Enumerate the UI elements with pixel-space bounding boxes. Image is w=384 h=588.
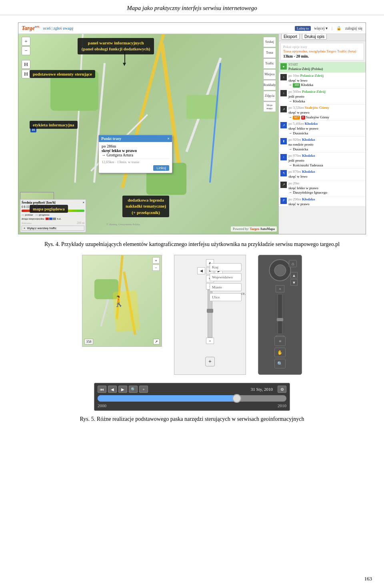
map-corner-btn[interactable]: ↗ [153,339,160,344]
timeline-next-btn[interactable]: ▶ [118,386,127,393]
map-side-controls: Szukaj Trasa Traffic Miejsca Rozkłady Zd… [263,37,278,112]
toggle-traffic-btn[interactable]: ×Wyłącz warstwę traffic [22,226,84,231]
route-step: ⬆ po 920m Kłodzko na rondzie prosto → Du… [279,137,366,153]
timeline-toolbar: ⏮ ◀ ▶ 🔍 + 31 Sty, 2010 ⚙ [98,386,286,393]
home-btn[interactable]: ⌂ [289,260,297,267]
map2-controls: + − [152,257,160,271]
search-miasto[interactable]: Miasto [210,283,242,291]
hotteq-watermark: © Hotteq, Geosystems Polska [106,223,140,226]
annotation-podstawowe: podstawowe elementy sterujące [30,70,95,78]
annotation-mapa-poglad: mapa poglądowa [30,205,68,213]
zoom-out-btn[interactable]: − [22,46,30,55]
moje-mapy-side-btn[interactable]: Moje mapy [263,102,276,112]
figure2-caption: Rys. 5. Różne realizacje podstawowego pa… [16,415,368,423]
route-step: ● START Polanica-Zdrój (Polska) [279,62,366,73]
timeline-zoom-out-btn[interactable]: 🔍 [129,386,138,393]
toolbar-links[interactable]: oceń | zgłoś uwagę [43,26,74,30]
search-ulice[interactable]: Ulice [210,293,242,301]
popup-close-btn[interactable]: × [167,136,170,141]
map-screenshot-1: H H Kłodzko TargeoPL oceń | zgłoś uwagę … [18,22,366,234]
tilt-up-btn[interactable]: ▲ [290,272,298,278]
more-btn[interactable]: więcej ▾ [314,26,328,30]
popup-body: po 286m skręć lekko w prawo → Grottgera … [99,142,172,173]
figure1-caption: Rys. 4. Przykłady uzupełniających elemen… [16,240,368,248]
zoom-controls-panel: ▲ ◀ ● ▶ ▼ − + Kraj Województwo [174,255,246,375]
map-coords: 358 [84,339,93,344]
page-title: Mapa jako praktyczny interfejs serwisu i… [127,5,257,11]
screenshots-row: 🚶 358 ↗ + − ▲ ◀ ● [16,255,368,375]
tilt-controls: ▲ ▼ [290,272,298,286]
fb-like-btn[interactable]: Lubię to [295,26,311,31]
ctrl-zoom-glass-btn[interactable]: 🔍 [274,359,286,368]
timeline-back-btn[interactable]: ◀ [108,386,117,393]
annotation-panel-warstw: panel warstw informacyjnych(panel obsług… [78,38,154,54]
ctrl-icons-bottom: ≡ ✋ 🔍 [274,336,286,368]
popup-header: Punkt trasy × [99,135,172,142]
layers2-btn[interactable]: H [22,70,30,78]
speed-legend: Średnia prędkość [km/h] × 0 8 15 30 45 6… [20,199,86,232]
add-layer-btn[interactable]: + [205,357,215,366]
timeline-start-label: 2000 [98,403,106,408]
trasa-side-btn[interactable]: Trasa [263,48,276,58]
3d-controls-panel: ⌂ ▲ ▼ + − ≡ ✋ 🔍 [258,255,302,375]
route-panel: Wyznaczanie trasy » Eksport Drukuj opis … [278,23,366,234]
route-steps-list: ● START Polanica-Zdrój (Polska) ↑ po 10m… [279,62,366,206]
route-step: ↗ po 20m skręć lekko w prawo → Daszyński… [279,180,366,196]
timeline-settings-btn[interactable]: ⚙ [278,386,286,393]
route-step: ↑ po 560m Polanica-Zdrój jedź prosto → K… [279,89,366,105]
zoom-slider-plus[interactable]: + [206,338,214,344]
zoom-slider-thumb[interactable] [207,309,213,313]
nav-left-btn[interactable]: ◀ [197,267,205,274]
punkt-trasy-popup: Punkt trasy × po 286m skręć lekko w praw… [98,135,172,173]
ctrl-zoom-section: + − [276,285,284,343]
powered-by: Powered by: Targeo AutoMapa [231,226,277,232]
timeline-thumb[interactable] [232,394,241,403]
zoom-search-boxes: Kraj Województwo Miasto Ulice [210,263,242,301]
compass-wheel[interactable] [269,259,291,281]
route-step: ↱ po 290m Kłodzko skręć w prawo → Grottg… [279,196,366,206]
ce-label: ce. [241,291,246,296]
tilt-down-btn[interactable]: ▼ [290,279,298,286]
timeline-prev-btn[interactable]: ⏮ [98,386,106,393]
export-btn[interactable]: Eksport [281,34,300,40]
lock-icon: 🔒 [336,26,341,30]
search-woj[interactable]: Województwo [210,273,242,281]
timeline-container: ⏮ ◀ ▶ 🔍 + 31 Sty, 2010 ⚙ 2000 2010 [94,383,290,411]
timeline-zoom-in-btn[interactable]: + [139,386,148,393]
route-step: ↰ po 870m Kłodzko skręć w lewo [279,169,366,180]
search-kraj[interactable]: Kraj [210,263,242,271]
layer-btn[interactable]: H [22,60,30,69]
ctrl-zoom-thumb[interactable] [277,318,283,321]
traffic-side-btn[interactable]: Traffic [263,58,276,69]
ctrl-layer-btn[interactable]: ≡ [274,336,286,346]
map-screenshot-2: 🚶 358 ↗ + − [82,255,162,347]
ctrl-hand-btn[interactable]: ✋ [274,348,286,357]
search-side-btn[interactable]: Szukaj [263,37,276,47]
rozklady-side-btn[interactable]: Rozkłady [263,80,276,90]
timeline-progress [98,395,239,402]
route-step: ↗ po 5,49km Kłodzko skręć lekko w prawo … [279,121,366,137]
timeline-date: 31 Sty, 2010 [251,387,273,392]
ctrl-zoom-in-btn[interactable]: + [276,285,284,292]
annotation-etykieta: etykieta informacyjna [30,121,78,129]
zdjecia-side-btn[interactable]: Zdjęcia [263,91,276,101]
linkuj-btn[interactable]: Linkuj [153,165,169,171]
page-number: 163 [360,574,376,584]
login-btn[interactable]: zaloguj się [345,26,362,30]
ctrl-zoom-slider [278,294,282,334]
toolbar-right: więcej ▾ | 🔒 zaloguj się [314,26,362,30]
map2-zoom-in[interactable]: + [152,257,160,264]
miejsca-side-btn[interactable]: Miejsca [263,69,276,80]
print-btn[interactable]: Drukuj opis [302,34,327,40]
annotation-legenda: dodatkowa legendanakładki tematycznej(+ … [122,196,169,217]
timeline-track [98,395,286,402]
targeo-logo: TargeoPL [22,25,40,32]
map-controls-left: + − H H [22,37,30,78]
map2-zoom-out[interactable]: − [152,264,160,271]
timeline-labels: 2000 2010 [98,403,286,408]
arrow-head-panel-warstw [123,63,126,66]
zoom-in-btn[interactable]: + [22,37,30,46]
route-info-box: Pokaż opcje trasy Trasa optymalna, uwzgl… [280,43,364,60]
route-step: ↑ po 10m Polanica-Zdrój skręć w lewo → 3… [279,73,366,89]
page-header: Mapa jako praktyczny interfejs serwisu i… [0,0,384,15]
